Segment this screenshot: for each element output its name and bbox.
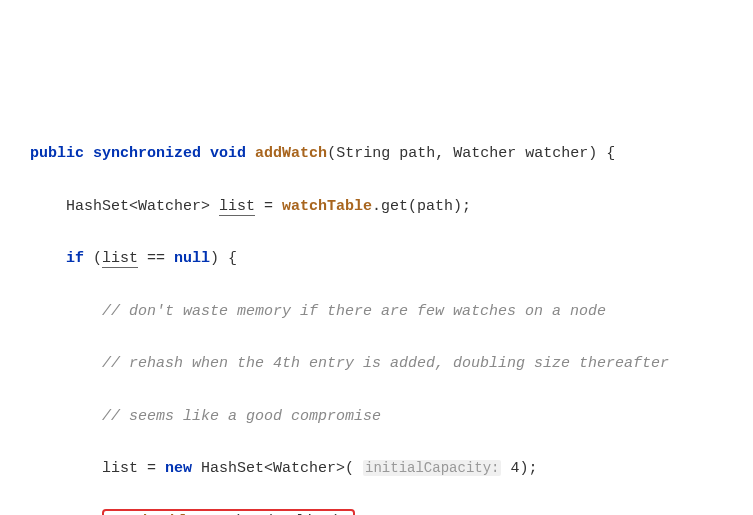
- keyword-public: public: [30, 145, 84, 162]
- var-list: list: [219, 198, 255, 216]
- comment-line: // don't waste memory if there are few w…: [30, 299, 723, 325]
- field-watchtable: watchTable: [282, 198, 372, 215]
- code-line: list = new HashSet<Watcher>( initialCapa…: [30, 456, 723, 482]
- method-name: addWatch: [255, 145, 327, 162]
- keyword-synchronized: synchronized: [93, 145, 201, 162]
- keyword-new: new: [165, 460, 192, 477]
- call-get: .get(path);: [372, 198, 471, 215]
- ctor-args: 4);: [501, 460, 537, 477]
- assign: list =: [102, 460, 165, 477]
- comment-line: // rehash when the 4th entry is added, d…: [30, 351, 723, 377]
- keyword-if: if: [66, 250, 84, 267]
- highlight-box: watchTable.put(path, list);: [102, 509, 355, 515]
- code-line: public synchronized void addWatch(String…: [30, 141, 723, 167]
- equals: =: [255, 198, 282, 215]
- ctor: HashSet<Watcher>(: [192, 460, 363, 477]
- code-line: if (list == null) {: [30, 246, 723, 272]
- param-hint: initialCapacity:: [363, 460, 501, 476]
- op-eq: ==: [138, 250, 174, 267]
- var-list: list: [102, 250, 138, 268]
- brace-open: ) {: [210, 250, 237, 267]
- code-line: HashSet<Watcher> list = watchTable.get(p…: [30, 194, 723, 220]
- code-block: public synchronized void addWatch(String…: [30, 115, 723, 515]
- comment-line: // seems like a good compromise: [30, 404, 723, 430]
- type: HashSet<Watcher>: [66, 198, 219, 215]
- signature: (String path, Watcher watcher) {: [327, 145, 615, 162]
- keyword-void: void: [210, 145, 246, 162]
- code-line-boxed: watchTable.put(path, list);: [30, 509, 723, 515]
- paren-open: (: [84, 250, 102, 267]
- keyword-null: null: [174, 250, 210, 267]
